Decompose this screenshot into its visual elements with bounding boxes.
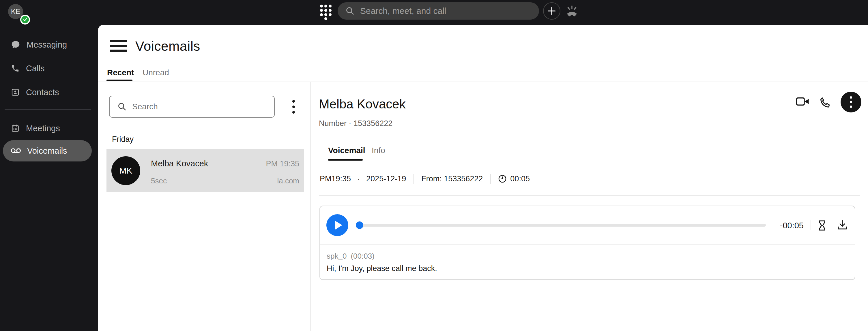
voicemail-icon [11, 146, 21, 156]
transcript: spk_0(00:03) Hi, I'm Joy, please call me… [327, 252, 437, 273]
play-button[interactable] [327, 214, 348, 236]
play-icon [335, 221, 342, 230]
list-group-label: Friday [112, 135, 134, 144]
active-tab-underline [106, 79, 132, 81]
meta-divider [413, 174, 414, 184]
voicemail-search-input[interactable] [132, 102, 270, 111]
sidebar-item-label: Voicemails [27, 146, 67, 156]
active-tab-underline [328, 159, 363, 161]
seek-thumb[interactable] [356, 222, 363, 229]
detail-contact-name: Melba Kovacek [319, 97, 406, 111]
sidebar-item-calls[interactable]: Calls [3, 58, 92, 78]
missed-call-icon[interactable] [564, 4, 580, 19]
contact-card-icon [11, 88, 20, 97]
transcript-timestamp: (00:03) [351, 252, 374, 260]
download-icon[interactable] [836, 219, 849, 232]
contact-name: Melba Kovacek [151, 159, 208, 168]
voicemail-player-card: -00:05 spk_0(00:03) Hi, I'm Joy, please … [319, 206, 855, 280]
phone-icon [11, 64, 20, 73]
tab-unread[interactable]: Unread [143, 68, 169, 77]
voicemail-time: PM 19:35 [266, 160, 299, 168]
check-icon [23, 17, 28, 22]
content-panel: Voicemails Recent Unread Friday MK Melba… [98, 25, 868, 331]
sidebar-item-meetings[interactable]: Meetings [3, 118, 92, 138]
meta-from: From: 153356222 [421, 174, 483, 184]
voicemail-duration: 5sec [151, 176, 167, 186]
search-icon [117, 102, 127, 111]
video-call-icon[interactable] [796, 96, 810, 108]
meta-divider [490, 174, 491, 184]
sidebar-item-label: Messaging [27, 40, 67, 49]
header-divider [98, 81, 868, 82]
page-title: Voicemails [135, 38, 200, 54]
hamburger-menu-icon[interactable] [110, 40, 127, 52]
meta-duration: 00:05 [510, 174, 530, 184]
sidebar-item-label: Calls [26, 64, 44, 73]
voicemail-list-item[interactable]: MK Melba Kovacek PM 19:35 5sec la.com [106, 150, 304, 192]
global-search-input[interactable] [360, 6, 533, 16]
detail-contact-number: Number · 153356222 [319, 119, 393, 128]
detail-tabs-divider [319, 161, 860, 161]
detail-more-kebab-icon[interactable] [841, 92, 861, 112]
meta-time: PM19:35 [320, 174, 351, 184]
sidebar: Messaging Calls Contacts [0, 25, 98, 331]
chat-bubble-icon [11, 40, 20, 49]
calendar-icon [11, 124, 20, 133]
voicemail-meta-row: PM19:35 · 2025-12-19 From: 153356222 00:… [320, 173, 530, 185]
meta-date: 2025-12-19 [366, 174, 406, 184]
contact-avatar: MK [112, 156, 140, 185]
global-search [338, 2, 539, 20]
search-icon [345, 6, 355, 16]
presence-badge [20, 15, 30, 25]
dialpad-icon[interactable] [319, 3, 333, 20]
sidebar-item-voicemails[interactable]: Voicemails [3, 140, 92, 162]
seek-track[interactable] [356, 224, 766, 227]
transcript-speaker: spk_0 [327, 252, 347, 260]
sidebar-item-label: Meetings [26, 124, 60, 133]
audio-call-icon[interactable] [819, 96, 831, 109]
tab-recent[interactable]: Recent [107, 68, 134, 77]
clock-icon [498, 174, 507, 183]
list-options-kebab-icon[interactable] [288, 99, 299, 114]
meta-separator: · [357, 174, 360, 184]
voicemail-source: la.com [277, 176, 299, 186]
tab-voicemail[interactable]: Voicemail [328, 146, 365, 155]
sidebar-item-label: Contacts [26, 88, 59, 97]
add-button[interactable] [543, 2, 560, 20]
voicemail-search [109, 96, 275, 118]
transcript-text: Hi, I'm Joy, please call me back. [327, 264, 437, 273]
sidebar-item-messaging[interactable]: Messaging [3, 35, 92, 55]
remaining-time: -00:05 [774, 221, 804, 230]
player-transcript-divider [320, 244, 855, 245]
sidebar-item-contacts[interactable]: Contacts [3, 82, 92, 102]
tab-info[interactable]: Info [372, 146, 385, 155]
playback-speed-hourglass-icon[interactable] [816, 219, 829, 232]
sidebar-divider [5, 109, 91, 110]
